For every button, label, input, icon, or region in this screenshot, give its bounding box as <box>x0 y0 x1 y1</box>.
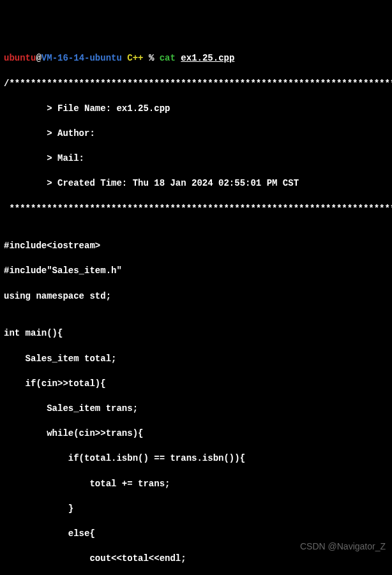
prompt-sep: % <box>143 53 159 63</box>
code-line: using namespace std; <box>4 290 388 303</box>
code-line: } <box>4 503 388 516</box>
code-line: /***************************************… <box>4 78 388 91</box>
code-line: while(cin>>trans){ <box>4 428 388 440</box>
code-line: int main(){ <box>4 327 388 340</box>
code-line: Sales_item total; <box>4 353 388 366</box>
code-line: > Author: <box>4 128 388 140</box>
code-line: #include"Sales_item.h" <box>4 265 388 278</box>
code-line: if(total.isbn() == trans.isbn()){ <box>4 452 388 465</box>
code-line: Sales_item trans; <box>4 403 388 415</box>
code-line: cout<<total<<endl; <box>4 553 388 565</box>
watermark: CSDN @Navigator_Z <box>300 541 386 553</box>
code-line: > Created Time: Thu 18 Jan 2024 02:55:01… <box>4 177 388 190</box>
cmd-arg: ex1.25.cpp <box>181 53 234 63</box>
prompt-line-1[interactable]: ubuntu@VM-16-14-ubuntu C++ % cat ex1.25.… <box>4 52 388 65</box>
code-line: total += trans; <box>4 478 388 491</box>
cmd-cat: cat <box>160 53 176 63</box>
prompt-host: VM-16-14-ubuntu <box>41 53 122 63</box>
code-line: > File Name: ex1.25.cpp <box>4 103 388 116</box>
prompt-dir: C++ <box>127 53 143 63</box>
prompt-at: @ <box>36 53 41 63</box>
code-line: else{ <box>4 528 388 541</box>
code-line: if(cin>>total){ <box>4 378 388 391</box>
prompt-user: ubuntu <box>4 53 36 63</box>
code-line: ****************************************… <box>4 203 388 216</box>
code-line: #include<iostream> <box>4 240 388 253</box>
code-line: > Mail: <box>4 153 388 165</box>
